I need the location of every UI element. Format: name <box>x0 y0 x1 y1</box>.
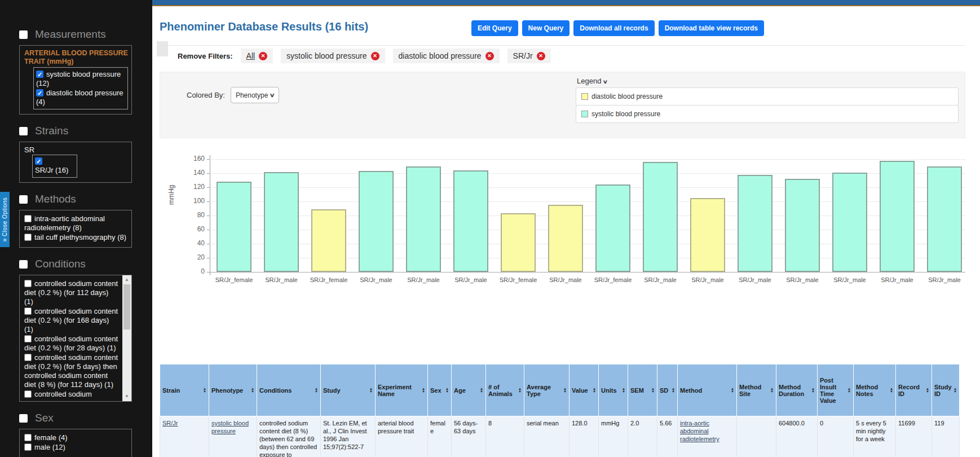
bar-11-diastolic-blood-pressure <box>690 198 725 272</box>
column-header-sex[interactable]: Sex▲▼ <box>428 364 452 416</box>
y-tick-label: 100 <box>182 197 205 205</box>
sex-item-male-12-checkbox[interactable] <box>24 443 32 451</box>
remove-filter-icon[interactable]: ✕ <box>485 52 494 60</box>
legend-item-label: systolic blood pressure <box>591 110 660 118</box>
remove-all-link[interactable]: All <box>246 51 255 60</box>
column-header-label: Value <box>572 387 588 394</box>
bar-1-systolic-blood-pressure <box>217 182 251 272</box>
column-header-average-type[interactable]: Average Type▲▼ <box>524 364 570 416</box>
condition-item-controlled-sodium-content-diet-0-2-for-1-checkbox[interactable] <box>24 307 32 315</box>
column-header-age[interactable]: Age▲▼ <box>452 364 486 416</box>
column-header-study[interactable]: Study▲▼ <box>321 364 376 416</box>
sort-icon: ▲▼ <box>953 388 957 393</box>
x-tick-label: SR/Jr_male <box>447 276 495 283</box>
remove-filter-icon[interactable]: ✕ <box>537 52 545 60</box>
strain-item-sr-jr-16-checkbox[interactable] <box>35 157 42 165</box>
column-header-value[interactable]: Value▲▼ <box>570 364 599 416</box>
cell-method: intra-aortic abdominal radiotelemetry <box>678 416 737 457</box>
cell-method-site <box>737 416 776 457</box>
column-header-strain[interactable]: Strain▲▼ <box>160 364 209 416</box>
legend-toggle[interactable]: Legend∨ <box>577 77 959 85</box>
column-header-units[interactable]: Units▲▼ <box>599 364 628 416</box>
column-header-label: Post Insult Time Value <box>820 377 846 404</box>
methods-section-header: Methods <box>19 193 152 205</box>
remove-all-icon[interactable]: ✕ <box>259 52 267 60</box>
x-tick-label: SR/Jr_female <box>495 276 542 283</box>
scroll-down-icon[interactable]: ▼ <box>122 392 131 401</box>
column-header-conditions[interactable]: Conditions▲▼ <box>257 364 321 416</box>
bar-13-systolic-blood-pressure <box>785 179 820 272</box>
edit-query-button[interactable]: Edit Query <box>471 20 518 36</box>
condition-item-controlled-sodium-content-diet-0-2-for-5: controlled sodium content diet (0.2 %) (… <box>24 353 119 389</box>
condition-item-controlled-sodium-content-diet-0-2-for-5-label: controlled sodium content diet (0.2 %) (… <box>24 353 118 389</box>
new-query-button[interactable]: New Query <box>522 20 570 36</box>
method-item-tail-cuff-plethysmography-8-checkbox[interactable] <box>24 234 32 241</box>
y-tick-label: 120 <box>182 183 205 191</box>
remove-filters-row: Remove Filters: All ✕ systolic blood pre… <box>178 48 551 64</box>
column-header-of-animals[interactable]: # of Animals▲▼ <box>486 364 524 416</box>
y-tick-label: 0 <box>182 267 205 275</box>
condition-item-controlled-sodium-content-diet-0-2-for-1-checkbox[interactable] <box>24 280 32 287</box>
condition-item-controlled-sodium-content-diet-0-2-for-1: controlled sodium content diet (0.2 %) (… <box>24 279 119 306</box>
sex-item-female-4-checkbox[interactable] <box>24 434 32 441</box>
download-table-view-records-button[interactable]: Download table view records <box>659 20 764 36</box>
bar-3-diastolic-blood-pressure <box>311 209 346 272</box>
bar-16-systolic-blood-pressure <box>927 166 962 273</box>
column-header-label: Experiment Name <box>378 384 420 397</box>
column-header-method-notes[interactable]: Method Notes▲▼ <box>854 364 896 416</box>
chevron-down-icon: ∨ <box>603 79 608 85</box>
strains-section-header: Strains <box>19 125 152 137</box>
methods-title: Methods <box>35 193 76 205</box>
cell-link-method[interactable]: intra-aortic abdominal radiotelemetry <box>680 420 719 442</box>
chevron-down-icon: ∨ <box>269 92 275 98</box>
column-header-post-insult-time-value[interactable]: Post Insult Time Value▲▼ <box>818 364 854 416</box>
measurements-checkbox[interactable] <box>19 30 28 39</box>
column-header-sem[interactable]: SEM▲▼ <box>628 364 657 416</box>
cell-link-strain[interactable]: SR/Jr <box>162 420 178 427</box>
cell-link-phenotype[interactable]: systolic blood pressure <box>211 420 249 434</box>
bar-10-systolic-blood-pressure <box>643 162 678 272</box>
sort-icon: ▲▼ <box>651 388 655 393</box>
column-header-study-id[interactable]: Study ID▲▼ <box>932 364 960 416</box>
header-button-row: Edit QueryNew QueryDownload all recordsD… <box>471 20 764 36</box>
column-header-record-id[interactable]: Record ID▲▼ <box>896 364 932 416</box>
column-header-label: # of Animals <box>488 384 517 397</box>
condition-item-controlled-sodium-checkbox[interactable] <box>24 390 32 398</box>
remove-filter-icon[interactable]: ✕ <box>371 52 379 60</box>
conditions-checkbox[interactable] <box>19 260 28 269</box>
condition-item-controlled-sodium-content-diet-0-2-for-5-checkbox[interactable] <box>24 354 32 361</box>
method-item-intra-aortic-abdominal-radiotelemetry-8-checkbox[interactable] <box>24 215 32 222</box>
column-header-experiment-name[interactable]: Experiment Name▲▼ <box>376 364 428 416</box>
cell-average-type: serial mean <box>524 416 570 457</box>
column-header-sd[interactable]: SD▲▼ <box>657 364 678 416</box>
bar-15-systolic-blood-pressure <box>880 161 915 273</box>
column-header-method[interactable]: Method▲▼ <box>678 364 737 416</box>
strains-checkbox[interactable] <box>19 127 28 135</box>
close-options-label: Close Options <box>2 197 8 236</box>
colored-by-select[interactable]: Phenotype ∨ <box>231 87 279 103</box>
colored-by-value: Phenotype <box>236 91 268 99</box>
condition-item-controlled-sodium-content-diet-0-2-for-1-label: controlled sodium content diet (0.2 %) (… <box>24 279 118 306</box>
column-header-method-duration[interactable]: Method Duration▲▼ <box>776 364 818 416</box>
column-header-method-site[interactable]: Method Site▲▼ <box>737 364 776 416</box>
legend-item-label: diastolic blood pressure <box>591 93 663 100</box>
methods-checkbox[interactable] <box>19 195 28 204</box>
x-tick-label: SR/Jr_male <box>921 276 968 283</box>
cell-age: 56 days-63 days <box>452 416 486 457</box>
sex-box: female (4)male (12) <box>19 429 132 457</box>
measurement-item-systolic-blood-pressure-12-checkbox[interactable] <box>36 71 43 78</box>
condition-item-controlled-sodium-content-diet-0-2-for-2-checkbox[interactable] <box>24 335 32 342</box>
cell-phenotype: systolic blood pressure <box>209 416 257 457</box>
bar-9-systolic-blood-pressure <box>595 184 630 272</box>
column-header-phenotype[interactable]: Phenotype▲▼ <box>209 364 257 416</box>
sex-title: Sex <box>35 412 54 424</box>
sex-checkbox[interactable] <box>19 414 28 423</box>
column-header-label: Method <box>680 387 702 394</box>
download-all-records-button[interactable]: Download all records <box>573 20 654 36</box>
scroll-up-icon[interactable]: ▲ <box>122 275 131 284</box>
conditions-scrollbar[interactable]: ▲ ▼ <box>122 275 131 401</box>
sort-icon: ▲▼ <box>422 388 425 393</box>
close-options-tab[interactable]: ≡ Close Options <box>0 192 10 247</box>
measurement-item-diastolic-blood-pressure-4-checkbox[interactable] <box>36 89 43 96</box>
scrollbar-thumb[interactable] <box>123 284 130 329</box>
